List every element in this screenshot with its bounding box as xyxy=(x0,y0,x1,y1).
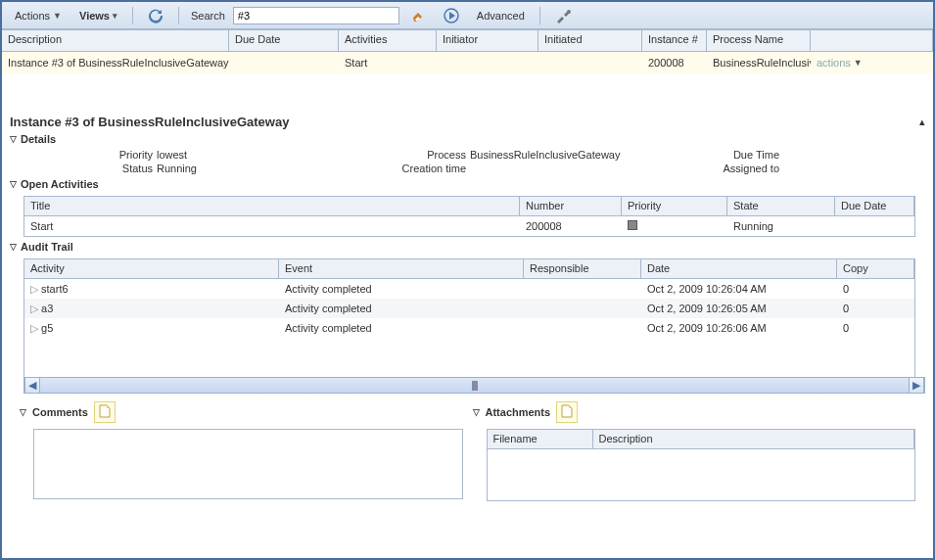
label-process: Process xyxy=(382,149,470,161)
grid-row[interactable]: Instance #3 of BusinessRuleInclusiveGate… xyxy=(2,52,933,73)
at-row[interactable]: ▷ start6 Activity completed Oct 2, 2009 … xyxy=(24,279,914,299)
at-cell-date: Oct 2, 2009 10:26:06 AM xyxy=(641,320,837,336)
priority-square-icon xyxy=(628,220,637,230)
oa-row[interactable]: Start 200008 Running xyxy=(24,216,914,236)
row-actions-link[interactable]: actions ▼ xyxy=(817,57,863,69)
detail-title: Instance #3 of BusinessRuleInclusiveGate… xyxy=(10,115,289,129)
header-process-name[interactable]: Process Name xyxy=(707,30,811,51)
oa-cell-priority xyxy=(622,218,727,234)
oa-header-title[interactable]: Title xyxy=(24,197,520,215)
at-activity-text: g5 xyxy=(41,322,53,334)
separator xyxy=(132,7,133,24)
scrollbar-grip-icon[interactable] xyxy=(472,381,478,391)
header-activities[interactable]: Activities xyxy=(339,30,437,51)
at-cell-copy: 0 xyxy=(837,320,914,336)
refresh-button[interactable] xyxy=(141,4,170,27)
chevron-down-icon: ▼ xyxy=(53,11,62,21)
run-search-button[interactable] xyxy=(437,4,466,27)
oa-header-number[interactable]: Number xyxy=(520,197,622,215)
triangle-right-icon: ▷ xyxy=(30,283,41,295)
row-actions-label: actions xyxy=(817,57,851,69)
search-label: Search xyxy=(187,10,229,22)
open-activities-table: Title Number Priority State Due Date Sta… xyxy=(23,196,915,237)
at-header-copy[interactable]: Copy xyxy=(837,259,914,278)
header-due-date[interactable]: Due Date xyxy=(229,30,339,51)
eraser-icon xyxy=(410,8,426,23)
at-cell-copy: 0 xyxy=(837,301,914,316)
at-row[interactable]: ▷ a3 Activity completed Oct 2, 2009 10:2… xyxy=(24,299,914,318)
advanced-button[interactable]: Advanced xyxy=(470,6,532,25)
comments-textarea[interactable] xyxy=(33,429,463,499)
at-cell-event: Activity completed xyxy=(279,320,524,336)
triangle-right-icon: ▷ xyxy=(30,322,41,334)
cell-due-date xyxy=(229,60,339,66)
at-activity-text: start6 xyxy=(41,283,69,295)
chevron-down-icon: ▾ xyxy=(113,11,117,21)
at-header-date[interactable]: Date xyxy=(641,259,837,278)
attachments-title: Attachments xyxy=(486,406,551,418)
cell-instance-num: 200008 xyxy=(642,54,707,71)
oa-cell-state: Running xyxy=(727,218,835,234)
separator xyxy=(539,7,540,24)
clear-search-button[interactable] xyxy=(403,4,433,27)
label-creation-time: Creation time xyxy=(382,163,470,174)
scroll-left-icon[interactable]: ◀ xyxy=(24,378,40,393)
views-menu[interactable]: Views ▾ xyxy=(72,6,124,25)
at-cell-date: Oct 2, 2009 10:26:05 AM xyxy=(641,301,837,316)
views-label: Views xyxy=(79,10,110,22)
header-initiated[interactable]: Initiated xyxy=(538,30,642,51)
at-cell-responsible xyxy=(524,306,641,310)
triangle-right-icon: ▷ xyxy=(30,303,41,314)
play-icon xyxy=(444,8,459,23)
separator xyxy=(178,7,179,24)
at-cell-event: Activity completed xyxy=(279,301,524,316)
horizontal-scrollbar[interactable]: ◀ ▶ xyxy=(23,377,925,394)
disclosure-icon[interactable]: ▽ xyxy=(473,407,480,417)
attachments-section: ▽ Attachments Filename Description xyxy=(473,401,916,501)
details-section-title: Details xyxy=(21,133,56,145)
oa-cell-number: 200008 xyxy=(520,218,622,234)
detail-panel: Instance #3 of BusinessRuleInclusiveGate… xyxy=(2,73,933,501)
att-header-filename[interactable]: Filename xyxy=(488,430,593,448)
label-priority: Priority xyxy=(10,149,157,161)
header-instance-num[interactable]: Instance # xyxy=(642,30,707,51)
header-description[interactable]: Description xyxy=(2,30,229,51)
cell-initiator xyxy=(437,60,538,66)
disclosure-icon[interactable]: ▽ xyxy=(10,179,17,189)
open-activities-section: ▽ Open Activities Title Number Priority … xyxy=(10,178,925,237)
collapse-icon[interactable]: ▴ xyxy=(919,116,925,128)
advanced-label: Advanced xyxy=(477,10,525,22)
oa-header-due-date[interactable]: Due Date xyxy=(835,197,914,215)
cell-description: Instance #3 of BusinessRuleInclusiveGate… xyxy=(2,54,229,71)
at-header-responsible[interactable]: Responsible xyxy=(524,259,641,278)
add-comment-button[interactable] xyxy=(94,401,116,423)
label-assigned-to: Assigned to xyxy=(685,163,783,174)
att-header-description[interactable]: Description xyxy=(593,430,915,448)
add-attachment-button[interactable] xyxy=(556,401,578,423)
disclosure-icon[interactable]: ▽ xyxy=(20,407,26,417)
grid-header: Description Due Date Activities Initiato… xyxy=(2,30,933,52)
header-initiator[interactable]: Initiator xyxy=(437,30,538,51)
at-cell-activity: ▷ g5 xyxy=(24,320,279,337)
label-due-time: Due Time xyxy=(685,149,783,161)
search-input[interactable] xyxy=(233,7,399,24)
new-document-icon xyxy=(97,403,113,419)
refresh-icon xyxy=(148,8,164,23)
cell-actions[interactable]: actions ▼ xyxy=(811,54,933,71)
at-header-event[interactable]: Event xyxy=(279,259,524,278)
at-row[interactable]: ▷ g5 Activity completed Oct 2, 2009 10:2… xyxy=(24,318,914,338)
header-actions xyxy=(811,30,933,51)
actions-menu[interactable]: Actions ▼ xyxy=(8,6,69,25)
disclosure-icon[interactable]: ▽ xyxy=(10,134,17,144)
tools-button[interactable] xyxy=(548,4,578,27)
open-activities-title: Open Activities xyxy=(21,178,99,190)
at-header-activity[interactable]: Activity xyxy=(24,259,279,278)
scroll-right-icon[interactable]: ▶ xyxy=(909,378,924,393)
oa-header-state[interactable]: State xyxy=(727,197,835,215)
new-document-icon xyxy=(559,403,575,419)
oa-header-priority[interactable]: Priority xyxy=(622,197,727,215)
oa-cell-title: Start xyxy=(24,218,520,234)
comments-section: ▽ Comments xyxy=(20,401,463,501)
disclosure-icon[interactable]: ▽ xyxy=(10,242,17,252)
at-activity-text: a3 xyxy=(41,303,53,314)
